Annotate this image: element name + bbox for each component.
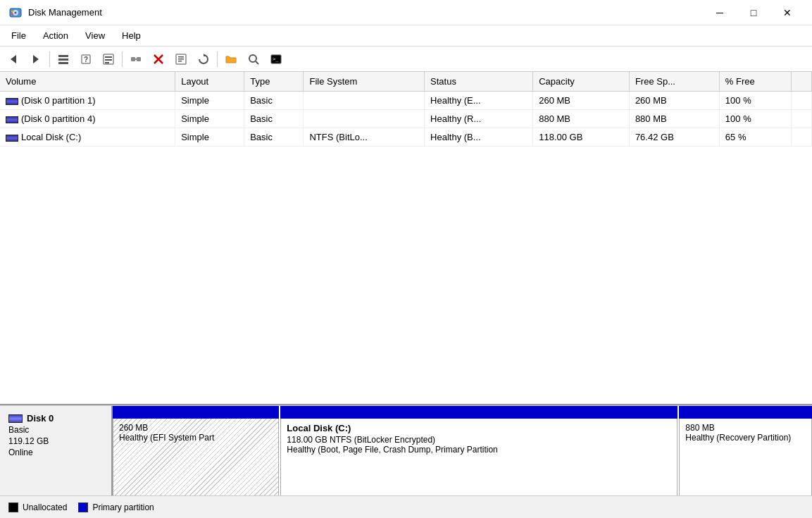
svg-rect-4 <box>11 13 13 15</box>
disk-row-0: Disk 0 Basic 119.12 GB Online 260 MB Hea… <box>0 405 812 495</box>
legend-primary-box <box>78 502 88 512</box>
cell-freespace-0: 260 MB <box>629 92 719 110</box>
app-icon <box>8 6 23 20</box>
svg-rect-15 <box>105 62 109 63</box>
partition-desc-1: 118.00 GB NTFS (BitLocker Encrypted) <box>287 435 671 445</box>
svg-marker-5 <box>11 55 16 63</box>
maximize-button[interactable]: □ <box>737 2 770 23</box>
partition-header-0 <box>113 406 279 419</box>
svg-rect-7 <box>58 55 68 57</box>
volume-list-button[interactable] <box>53 49 74 69</box>
connect-button[interactable] <box>125 49 146 69</box>
disk-type-0: Basic <box>8 425 103 435</box>
legend-unallocated: Unallocated <box>8 502 67 512</box>
svg-rect-8 <box>58 58 68 61</box>
svg-rect-9 <box>58 62 68 64</box>
cell-volume-1: (Disk 0 partition 4) <box>0 110 175 128</box>
partition-status-0: Healthy (EFI System Part <box>119 433 273 443</box>
svg-rect-14 <box>105 59 112 61</box>
cell-capacity-1: 880 MB <box>533 110 630 128</box>
svg-line-27 <box>256 61 258 64</box>
svg-rect-23 <box>178 58 184 60</box>
partition-size-2: 880 MB <box>685 423 806 433</box>
partition-status-1: Healthy (Boot, Page File, Crash Dump, Pr… <box>287 445 671 455</box>
cmdline-button[interactable]: >_ <box>266 49 287 69</box>
cell-status-2: Healthy (B... <box>425 128 533 147</box>
table-row-0[interactable]: (Disk 0 partition 1) Simple Basic Health… <box>0 92 812 110</box>
back-button[interactable] <box>3 49 24 69</box>
disk-label-0: Disk 0 Basic 119.12 GB Online <box>0 406 113 495</box>
menu-bar: File Action View Help <box>0 25 812 47</box>
menu-file[interactable]: File <box>3 27 35 44</box>
cell-volume-2: Local Disk (C:) <box>0 128 175 147</box>
partition-block-2[interactable]: 880 MB Healthy (Recovery Partition) <box>679 406 812 495</box>
minimize-button[interactable]: ─ <box>704 2 736 23</box>
table-row-1[interactable]: (Disk 0 partition 4) Simple Basic Health… <box>0 110 812 128</box>
legend-bar: Unallocated Primary partition <box>0 495 812 518</box>
col-freespace[interactable]: Free Sp... <box>629 72 719 92</box>
disk-name-text: Disk 0 <box>27 413 54 424</box>
svg-rect-18 <box>135 58 137 60</box>
table-row-2[interactable]: Local Disk (C:) Simple Basic NTFS (BitLo… <box>0 128 812 147</box>
menu-help[interactable]: Help <box>113 27 149 44</box>
svg-rect-3 <box>11 11 13 12</box>
legend-unalloc-label: Unallocated <box>23 502 67 512</box>
svg-text:>_: >_ <box>273 56 279 62</box>
search-button[interactable] <box>243 49 264 69</box>
delete-button[interactable] <box>148 49 169 69</box>
cell-freespace-2: 76.42 GB <box>629 128 719 147</box>
col-percentfree[interactable]: % Free <box>719 72 791 92</box>
cell-status-1: Healthy (R... <box>425 110 533 128</box>
col-type[interactable]: Type <box>244 72 304 92</box>
refresh-button[interactable] <box>193 49 214 69</box>
partition-size-0: 260 MB <box>119 423 273 433</box>
menu-view[interactable]: View <box>77 27 113 44</box>
col-filesystem[interactable]: File System <box>304 72 425 92</box>
disk-icon-0 <box>8 414 23 423</box>
legend-unalloc-box <box>8 502 18 512</box>
close-button[interactable]: ✕ <box>771 2 804 23</box>
folder-button[interactable] <box>220 49 242 69</box>
partition-block-0[interactable]: 260 MB Healthy (EFI System Part <box>113 406 280 495</box>
cell-type-1: Basic <box>244 110 304 128</box>
toolbar-separator-2 <box>122 51 123 67</box>
disk-scroll-area[interactable]: Disk 0 Basic 119.12 GB Online 260 MB Hea… <box>0 405 812 495</box>
cell-layout-2: Simple <box>175 128 244 147</box>
svg-rect-24 <box>178 61 182 62</box>
disk-list-button[interactable] <box>98 49 119 69</box>
title-bar-left: Disk Management <box>8 6 102 20</box>
col-capacity[interactable]: Capacity <box>533 72 630 92</box>
svg-point-26 <box>249 55 256 62</box>
forward-button[interactable] <box>25 49 46 69</box>
main-container: Volume Layout Type File System Status Ca… <box>0 72 812 518</box>
properties-button[interactable] <box>170 49 192 69</box>
partition-header-2 <box>679 406 812 419</box>
svg-rect-13 <box>105 56 112 58</box>
cell-volume-0: (Disk 0 partition 1) <box>0 92 175 110</box>
disk-name-0: Disk 0 <box>8 413 103 424</box>
cell-layout-0: Simple <box>175 92 244 110</box>
col-status[interactable]: Status <box>425 72 533 92</box>
col-extra <box>791 72 811 92</box>
col-volume[interactable]: Volume <box>0 72 175 92</box>
cell-capacity-2: 118.00 GB <box>533 128 630 147</box>
disk-table: Volume Layout Type File System Status Ca… <box>0 72 812 147</box>
partition-body-1: Local Disk (C:) 118.00 GB NTFS (BitLocke… <box>280 419 677 495</box>
cell-filesystem-2: NTFS (BitLo... <box>304 128 425 147</box>
legend-primary-label: Primary partition <box>92 502 154 512</box>
menu-action[interactable]: Action <box>35 27 77 44</box>
cell-layout-1: Simple <box>175 110 244 128</box>
col-layout[interactable]: Layout <box>175 72 244 92</box>
cell-extra-0 <box>791 92 811 110</box>
disk-status-0: Online <box>8 448 103 457</box>
disk-table-area[interactable]: Volume Layout Type File System Status Ca… <box>0 72 812 405</box>
svg-point-2 <box>15 11 17 13</box>
cell-status-0: Healthy (E... <box>425 92 533 110</box>
cell-filesystem-0 <box>304 92 425 110</box>
cell-capacity-0: 260 MB <box>533 92 630 110</box>
help-button[interactable]: ? <box>75 49 96 69</box>
cell-extra-1 <box>791 110 811 128</box>
partition-body-0: 260 MB Healthy (EFI System Part <box>113 419 279 495</box>
partition-block-1[interactable]: Local Disk (C:) 118.00 GB NTFS (BitLocke… <box>280 406 679 495</box>
cell-type-0: Basic <box>244 92 304 110</box>
